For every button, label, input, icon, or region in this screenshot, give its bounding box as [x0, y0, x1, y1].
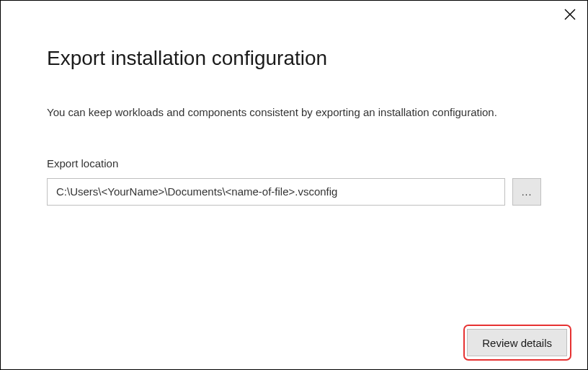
dialog-footer: Review details [467, 329, 567, 356]
dialog-title: Export installation configuration [47, 47, 541, 70]
browse-button[interactable]: ... [512, 178, 541, 206]
dialog-content: Export installation configuration You ca… [1, 1, 587, 206]
export-location-label: Export location [47, 157, 541, 169]
close-icon [564, 9, 576, 22]
dialog-description: You can keep workloads and components co… [47, 105, 541, 121]
export-location-input[interactable] [47, 178, 505, 206]
review-details-button[interactable]: Review details [467, 329, 567, 356]
close-button[interactable] [560, 5, 580, 25]
export-location-row: ... [47, 178, 541, 206]
